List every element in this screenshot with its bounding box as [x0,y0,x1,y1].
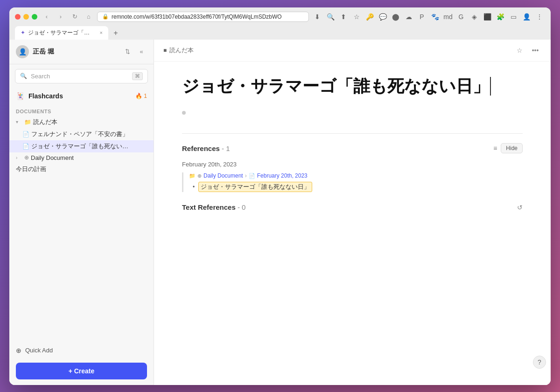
daily-label: Daily Document [31,154,147,161]
ref-path: 📁 ⊕ Daily Document › 📄 February 20th, 20… [189,172,523,179]
new-tab-button[interactable]: + [109,27,122,40]
create-button[interactable]: + Create [16,363,147,379]
tab-favicon: ✦ [21,29,25,36]
flashcard-icon: 🃏 [16,92,25,100]
maximize-traffic-light[interactable] [32,14,37,20]
browser-chrome: ‹ › ↻ ⌂ 🔒 remnote.com/w/63f31b07ebdaa283… [9,7,551,40]
menu-icon[interactable]: ⋮ [534,11,545,22]
ext1-icon[interactable]: ⬤ [390,11,401,22]
search-icon: 🔍 [20,73,27,79]
back-button[interactable]: ‹ [41,11,52,22]
user-info: 👤 正岳 堀 [16,45,54,58]
doc-icon: 📄 [22,131,29,138]
text-ref-header: Text References - 0 ↺ [182,203,523,211]
references-title: References - 1 [182,144,230,152]
profile-icon[interactable]: 👤 [521,11,532,22]
ref-link-highlight[interactable]: ジョゼ・サラマーゴ「誰も死なない日」 [198,182,312,192]
tab-title: ジョゼ・サラマーゴ「誰も死なな… [28,29,95,37]
hide-button[interactable]: Hide [501,143,523,153]
bookmark-icon[interactable]: ☆ [351,11,362,22]
help-button[interactable]: ? [533,356,546,369]
flashcard-count: 1 [144,93,147,99]
document-area: ジョゼ・サラマーゴ「誰も死なない日」 References - 1 ≡ Hide [154,62,551,385]
browser-controls: ‹ › ↻ ⌂ 🔒 remnote.com/w/63f31b07ebdaa283… [15,11,545,22]
references-count: - 1 [222,144,230,152]
share-icon[interactable]: ⬆ [338,11,349,22]
cursor [490,77,491,96]
flashcard-fire-icon: 🔥 [135,93,142,99]
home-button[interactable]: ⌂ [83,11,94,22]
documents-section-label: DOCUMENTS [9,104,154,116]
ref-daily-icon: ⊕ [197,173,202,179]
user-name: 正岳 堀 [33,48,54,56]
ext4-icon[interactable]: 🐾 [429,11,441,22]
star-button[interactable]: ☆ [513,44,525,56]
ext2-icon[interactable]: ☁ [403,11,414,22]
references-header: References - 1 ≡ Hide [182,143,523,153]
sidebar-header-controls: ⇅ « [122,46,147,57]
expand-icon[interactable]: ⇅ [122,46,133,57]
app-content: 👤 正岳 堀 ⇅ « 🔍 Search ⌘ 🃏 Flashcards [9,40,551,385]
tree-root-label: 読んだ本 [33,118,147,126]
refresh-icon[interactable]: ↺ [517,204,523,211]
ext3-icon[interactable]: P [416,11,427,22]
search-placeholder: Search [31,73,128,80]
password-icon[interactable]: 🔑 [364,11,375,22]
search-page-icon[interactable]: 🔍 [325,11,336,22]
msg-icon[interactable]: 💬 [377,11,388,22]
ext9-icon[interactable]: 🧩 [495,11,506,22]
ref-doc-link[interactable]: February 20th, 2023 [257,172,308,179]
browser-window: ‹ › ↻ ⌂ 🔒 remnote.com/w/63f31b07ebdaa283… [9,7,551,385]
ext6-icon[interactable]: G [455,11,467,22]
sidebar-item-child2[interactable]: 📄 ジョゼ・サラマーゴ「誰も死ない… [9,140,154,152]
minimize-traffic-light[interactable] [23,14,29,20]
browser-tabs: ✦ ジョゼ・サラマーゴ「誰も死なな… × + [15,26,545,40]
forward-button[interactable]: › [55,11,66,22]
ref-bullet-dot: • [193,184,195,190]
doc-icon-active: 📄 [22,143,29,150]
tree-root-item[interactable]: ▾ 📁 読んだ本 [9,116,154,128]
collapse-sidebar-icon[interactable]: « [136,46,147,57]
ref-daily-link[interactable]: Daily Document [203,172,243,179]
reload-button[interactable]: ↻ [69,11,80,22]
document-title: ジョゼ・サラマーゴ「誰も死なない日」 [182,76,523,97]
address-text: remnote.com/w/63f31b07ebdaa2833eff670f/T… [112,14,282,20]
search-shortcut: ⌘ [132,72,143,80]
child2-label: ジョゼ・サラマーゴ「誰も死ない… [31,142,147,151]
close-traffic-light[interactable] [15,14,21,20]
browser-nav: ‹ › ↻ ⌂ 🔒 remnote.com/w/63f31b07ebdaa283… [41,11,545,22]
sidebar: 👤 正岳 堀 ⇅ « 🔍 Search ⌘ 🃏 Flashcards [9,40,154,385]
folder-icon: 📁 [24,119,31,125]
today-label: 今日の計画 [16,165,147,173]
ext7-icon[interactable]: ◈ [469,11,480,22]
sidebar-item-today[interactable]: 今日の計画 [9,163,154,175]
ext8-icon[interactable]: ⬛ [482,11,493,22]
ref-doc-icon: 📄 [249,173,255,179]
flashcards-row[interactable]: 🃏 Flashcards 🔥 1 [9,88,154,104]
ext5-icon[interactable]: md [442,11,454,22]
lock-icon: 🔒 [102,14,109,20]
ref-folder-icon: 📁 [189,173,196,179]
sidebar-item-child1[interactable]: 📄 フェルナンド・ペソア「不安の書」 [9,128,154,140]
address-bar[interactable]: 🔒 remnote.com/w/63f31b07ebdaa2833eff670f… [97,12,309,22]
tab-close-button[interactable]: × [100,30,103,35]
sidebar-item-daily[interactable]: › ⊕ Daily Document [9,152,154,163]
ref-path-separator: › [245,172,247,179]
sidebar-toggle-icon[interactable]: ▭ [508,11,519,22]
text-ref-title: Text References - 0 [182,203,245,211]
breadcrumb-folder-icon: ■ [163,47,167,54]
sidebar-header: 👤 正岳 堀 ⇅ « [9,40,154,64]
more-options-button[interactable]: ••• [529,44,541,56]
plus-circle-icon: ⊕ [16,347,21,354]
breadcrumb-text: 読んだ本 [169,46,194,55]
avatar: 👤 [16,45,29,58]
active-tab[interactable]: ✦ ジョゼ・サラマーゴ「誰も死なな… × [15,26,108,40]
chevron-down-icon: ▾ [16,119,22,124]
quick-add-label: Quick Add [25,347,53,354]
quick-add-row[interactable]: ⊕ Quick Add [9,344,154,357]
daily-plus-icon: ⊕ [24,154,29,161]
sort-icon[interactable]: ≡ [493,144,497,152]
search-bar[interactable]: 🔍 Search ⌘ [15,69,148,83]
download-icon[interactable]: ⬇ [312,11,323,22]
flashcards-label: Flashcards [28,92,63,100]
